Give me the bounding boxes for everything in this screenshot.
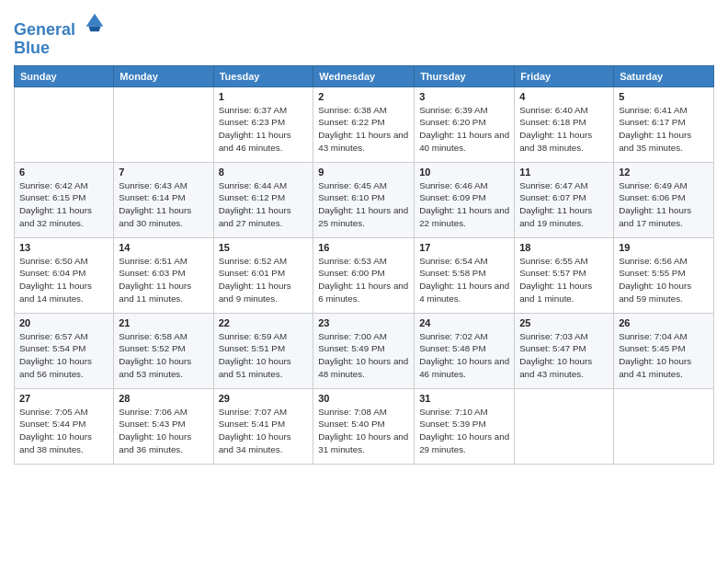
day-number: 10 [419, 167, 509, 178]
day-info: Sunrise: 6:55 AMSunset: 5:57 PMDaylight:… [519, 255, 609, 305]
calendar-table: SundayMondayTuesdayWednesdayThursdayFrid… [14, 65, 714, 465]
day-number: 20 [19, 317, 108, 328]
day-number: 16 [318, 242, 409, 253]
calendar-cell: 7Sunrise: 6:43 AMSunset: 6:14 PMDaylight… [114, 162, 213, 237]
calendar-cell: 30Sunrise: 7:08 AMSunset: 5:40 PMDayligh… [313, 388, 415, 464]
day-info: Sunrise: 6:43 AMSunset: 6:14 PMDaylight:… [119, 179, 208, 230]
weekday-header: Wednesday [313, 65, 415, 86]
calendar-cell: 13Sunrise: 6:50 AMSunset: 6:04 PMDayligh… [15, 237, 114, 313]
calendar-cell: 22Sunrise: 6:59 AMSunset: 5:51 PMDayligh… [213, 313, 313, 388]
logo-icon [82, 9, 108, 35]
day-number: 23 [318, 317, 409, 328]
day-number: 15 [219, 242, 309, 253]
calendar-cell: 9Sunrise: 6:45 AMSunset: 6:10 PMDaylight… [313, 162, 415, 237]
day-info: Sunrise: 7:03 AMSunset: 5:47 PMDaylight:… [519, 330, 609, 381]
day-info: Sunrise: 6:59 AMSunset: 5:51 PMDaylight:… [219, 330, 309, 381]
day-info: Sunrise: 6:41 AMSunset: 6:17 PMDaylight:… [619, 104, 709, 155]
calendar-cell [614, 388, 714, 464]
calendar-cell: 20Sunrise: 6:57 AMSunset: 5:54 PMDayligh… [15, 313, 114, 388]
day-number: 9 [318, 167, 409, 178]
day-number: 26 [619, 317, 709, 328]
day-number: 7 [119, 167, 208, 178]
calendar-cell: 23Sunrise: 7:00 AMSunset: 5:49 PMDayligh… [313, 313, 415, 388]
calendar-row: 27Sunrise: 7:05 AMSunset: 5:44 PMDayligh… [15, 388, 714, 464]
calendar-cell: 5Sunrise: 6:41 AMSunset: 6:17 PMDaylight… [614, 86, 714, 162]
calendar-cell: 4Sunrise: 6:40 AMSunset: 6:18 PMDaylight… [515, 86, 614, 162]
calendar-cell: 26Sunrise: 7:04 AMSunset: 5:45 PMDayligh… [614, 313, 714, 388]
calendar-cell: 12Sunrise: 6:49 AMSunset: 6:06 PMDayligh… [614, 162, 714, 237]
day-number: 11 [519, 167, 609, 178]
day-number: 13 [19, 242, 108, 253]
day-info: Sunrise: 6:38 AMSunset: 6:22 PMDaylight:… [318, 104, 409, 155]
svg-marker-0 [86, 14, 104, 27]
svg-marker-1 [89, 27, 101, 32]
calendar-cell: 28Sunrise: 7:06 AMSunset: 5:43 PMDayligh… [114, 388, 213, 464]
weekday-header: Friday [515, 65, 614, 86]
day-number: 18 [519, 242, 609, 253]
day-number: 4 [519, 91, 609, 102]
day-number: 8 [219, 167, 309, 178]
calendar-cell: 2Sunrise: 6:38 AMSunset: 6:22 PMDaylight… [313, 86, 415, 162]
day-info: Sunrise: 6:58 AMSunset: 5:52 PMDaylight:… [119, 330, 208, 381]
calendar-cell: 6Sunrise: 6:42 AMSunset: 6:15 PMDaylight… [15, 162, 114, 237]
calendar-cell: 3Sunrise: 6:39 AMSunset: 6:20 PMDaylight… [415, 86, 515, 162]
day-number: 17 [419, 242, 509, 253]
calendar-cell [515, 388, 614, 464]
calendar-cell: 17Sunrise: 6:54 AMSunset: 5:58 PMDayligh… [415, 237, 515, 313]
day-info: Sunrise: 6:54 AMSunset: 5:58 PMDaylight:… [419, 255, 509, 305]
header: General Blue [14, 9, 714, 58]
day-info: Sunrise: 6:37 AMSunset: 6:23 PMDaylight:… [219, 104, 309, 155]
day-info: Sunrise: 7:02 AMSunset: 5:48 PMDaylight:… [419, 330, 509, 381]
day-info: Sunrise: 7:05 AMSunset: 5:44 PMDaylight:… [19, 406, 108, 456]
day-number: 14 [119, 242, 208, 253]
day-info: Sunrise: 7:10 AMSunset: 5:39 PMDaylight:… [419, 406, 509, 456]
day-number: 12 [619, 167, 709, 178]
day-number: 22 [219, 317, 309, 328]
day-info: Sunrise: 6:39 AMSunset: 6:20 PMDaylight:… [419, 104, 509, 155]
calendar-cell: 16Sunrise: 6:53 AMSunset: 6:00 PMDayligh… [313, 237, 415, 313]
page: General Blue SundayMondayTuesdayWednesda… [0, 0, 728, 563]
day-info: Sunrise: 7:07 AMSunset: 5:41 PMDaylight:… [219, 406, 309, 456]
day-number: 1 [219, 91, 309, 102]
calendar-cell: 18Sunrise: 6:55 AMSunset: 5:57 PMDayligh… [515, 237, 614, 313]
day-number: 5 [619, 91, 709, 102]
calendar-cell: 15Sunrise: 6:52 AMSunset: 6:01 PMDayligh… [213, 237, 313, 313]
day-info: Sunrise: 7:08 AMSunset: 5:40 PMDaylight:… [318, 406, 409, 456]
weekday-header: Tuesday [213, 65, 313, 86]
day-number: 27 [19, 393, 108, 404]
calendar-cell [114, 86, 213, 162]
day-info: Sunrise: 6:51 AMSunset: 6:03 PMDaylight:… [119, 255, 208, 305]
day-number: 30 [318, 393, 409, 404]
calendar-cell: 11Sunrise: 6:47 AMSunset: 6:07 PMDayligh… [515, 162, 614, 237]
day-info: Sunrise: 6:40 AMSunset: 6:18 PMDaylight:… [519, 104, 609, 155]
logo-general: General [14, 20, 75, 39]
day-number: 2 [318, 91, 409, 102]
day-number: 24 [419, 317, 509, 328]
calendar-cell: 19Sunrise: 6:56 AMSunset: 5:55 PMDayligh… [614, 237, 714, 313]
day-info: Sunrise: 6:47 AMSunset: 6:07 PMDaylight:… [519, 179, 609, 230]
calendar-cell: 1Sunrise: 6:37 AMSunset: 6:23 PMDaylight… [213, 86, 313, 162]
calendar-cell: 29Sunrise: 7:07 AMSunset: 5:41 PMDayligh… [213, 388, 313, 464]
day-info: Sunrise: 6:49 AMSunset: 6:06 PMDaylight:… [619, 179, 709, 230]
calendar-cell: 25Sunrise: 7:03 AMSunset: 5:47 PMDayligh… [515, 313, 614, 388]
calendar-cell: 21Sunrise: 6:58 AMSunset: 5:52 PMDayligh… [114, 313, 213, 388]
weekday-header: Monday [114, 65, 213, 86]
day-info: Sunrise: 6:57 AMSunset: 5:54 PMDaylight:… [19, 330, 108, 381]
day-info: Sunrise: 7:04 AMSunset: 5:45 PMDaylight:… [619, 330, 709, 381]
calendar-cell: 24Sunrise: 7:02 AMSunset: 5:48 PMDayligh… [415, 313, 515, 388]
day-number: 6 [19, 167, 108, 178]
weekday-header: Saturday [614, 65, 714, 86]
day-number: 19 [619, 242, 709, 253]
day-info: Sunrise: 6:46 AMSunset: 6:09 PMDaylight:… [419, 179, 509, 230]
day-info: Sunrise: 6:45 AMSunset: 6:10 PMDaylight:… [318, 179, 409, 230]
day-number: 29 [219, 393, 309, 404]
day-info: Sunrise: 6:52 AMSunset: 6:01 PMDaylight:… [219, 255, 309, 305]
day-info: Sunrise: 6:53 AMSunset: 6:00 PMDaylight:… [318, 255, 409, 305]
day-number: 3 [419, 91, 509, 102]
weekday-header: Sunday [15, 65, 114, 86]
calendar-body: 1Sunrise: 6:37 AMSunset: 6:23 PMDaylight… [15, 86, 714, 464]
day-number: 25 [519, 317, 609, 328]
calendar-cell [15, 86, 114, 162]
calendar-row: 1Sunrise: 6:37 AMSunset: 6:23 PMDaylight… [15, 86, 714, 162]
calendar-header: SundayMondayTuesdayWednesdayThursdayFrid… [15, 65, 714, 86]
